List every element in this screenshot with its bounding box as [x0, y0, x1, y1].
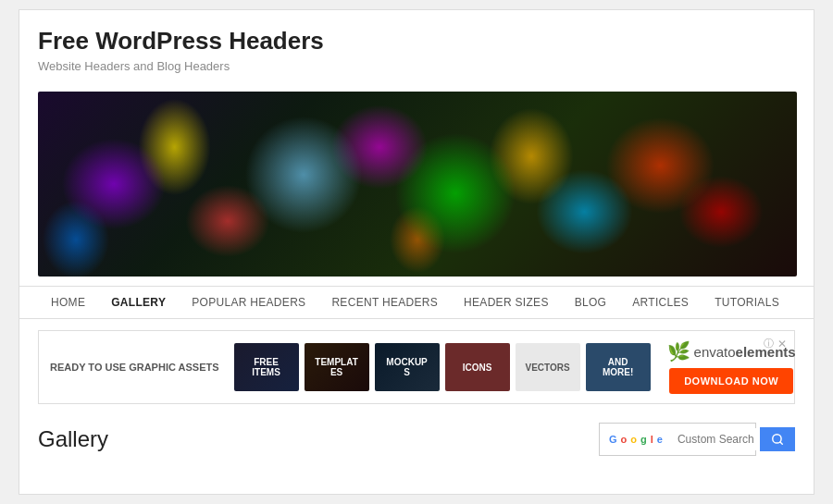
envato-leaf-icon: 🌿 — [667, 340, 690, 363]
google-logo-g: G — [609, 434, 617, 445]
ad-controls: ⓘ ✕ — [764, 337, 787, 350]
ad-item-mockups-line1: MOCKUP — [386, 357, 427, 367]
ad-item-more-line1: AND — [608, 357, 628, 367]
ad-item-templates-line1: TEMPLAT — [315, 357, 357, 367]
ad-item-icons[interactable]: ICONS — [445, 343, 510, 391]
nav-item-popular[interactable]: POPULAR HEADERS — [179, 287, 318, 318]
nav-item-tutorials[interactable]: TUTORIALS — [702, 287, 792, 318]
hero-glass-bg — [38, 92, 797, 277]
ad-label: READY TO USE GRAPHIC ASSETS — [50, 362, 219, 373]
page-wrapper: Free WordPress Headers Website Headers a… — [19, 9, 814, 495]
search-button[interactable] — [760, 427, 795, 451]
ad-item-more-line2: MORE! — [603, 367, 633, 377]
ad-item-free-line1: FREE — [254, 357, 279, 367]
nav-item-sizes[interactable]: HEADER SIZES — [451, 287, 562, 318]
ad-item-mockups-line2: S — [404, 367, 410, 377]
ad-item-mockups[interactable]: MOCKUP S — [375, 343, 440, 391]
nav-item-home[interactable]: HOME — [38, 287, 98, 318]
content-header: Gallery Google — [19, 415, 814, 463]
search-box: Google — [599, 423, 756, 456]
site-title: Free WordPress Headers — [38, 27, 795, 55]
hero-image — [38, 92, 797, 277]
google-logo-o2: o — [630, 434, 637, 445]
google-logo-l: l — [651, 434, 653, 445]
google-logo-o1: o — [621, 434, 628, 445]
ad-banner: ⓘ ✕ READY TO USE GRAPHIC ASSETS FREE ITE… — [38, 330, 795, 404]
ad-item-vectors-label: VECTORS — [525, 363, 569, 373]
google-logo-e: e — [657, 434, 663, 445]
nav-item-blog[interactable]: BLOG — [562, 287, 620, 318]
ad-items: FREE ITEMS TEMPLAT ES MOCKUP S ICONS VEC… — [234, 343, 651, 391]
ad-item-icons-label: ICONS — [463, 363, 492, 373]
ad-close-icon[interactable]: ✕ — [777, 338, 787, 350]
ad-item-templates[interactable]: TEMPLAT ES — [305, 343, 369, 391]
header-area: Free WordPress Headers Website Headers a… — [19, 10, 814, 82]
download-button[interactable]: DOWNLOAD NOW — [669, 368, 793, 394]
search-area: Google — [599, 423, 795, 456]
ad-item-templates-line2: ES — [330, 367, 342, 377]
search-icon — [771, 433, 784, 446]
nav-item-articles[interactable]: ARTICLES — [619, 287, 702, 318]
ad-item-free[interactable]: FREE ITEMS — [234, 343, 299, 391]
ad-item-more[interactable]: AND MORE! — [586, 343, 651, 391]
nav-bar: HOME GALLERY POPULAR HEADERS RECENT HEAD… — [19, 286, 814, 319]
gallery-title: Gallery — [38, 426, 108, 452]
site-subtitle: Website Headers and Blog Headers — [38, 59, 795, 73]
ad-info-icon[interactable]: ⓘ — [764, 337, 774, 350]
nav-item-recent[interactable]: RECENT HEADERS — [318, 287, 451, 318]
nav-item-gallery[interactable]: GALLERY — [98, 287, 179, 318]
google-logo-g2: g — [640, 434, 647, 445]
ad-item-vectors[interactable]: VECTORS — [516, 343, 580, 391]
ad-item-free-line2: ITEMS — [252, 367, 280, 377]
